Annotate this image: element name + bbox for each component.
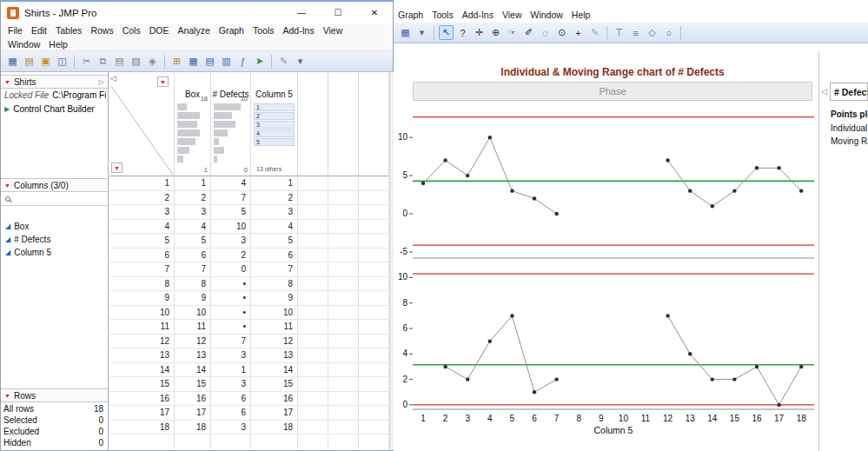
row-number[interactable]: 9 (109, 291, 175, 306)
row-number[interactable]: 6 (109, 249, 175, 263)
menu-add-ins[interactable]: Add-Ins (458, 10, 498, 20)
cell-box[interactable]: 12 (175, 335, 211, 349)
cell-empty[interactable] (359, 320, 389, 335)
data-point[interactable] (666, 158, 669, 162)
data-point[interactable] (688, 352, 692, 355)
column-info-icon[interactable]: ▥ (219, 54, 234, 69)
cell-empty[interactable] (298, 176, 328, 191)
cell-col5[interactable]: 5 (251, 234, 298, 249)
cell-col5[interactable]: 8 (251, 277, 298, 292)
cell-empty[interactable] (298, 406, 328, 421)
cell-empty[interactable] (359, 277, 389, 292)
menu-tools[interactable]: Tools (427, 10, 458, 20)
cell-empty[interactable] (359, 392, 389, 407)
data-point[interactable] (421, 182, 425, 185)
row-number[interactable]: 16 (109, 392, 175, 407)
data-point[interactable] (755, 166, 759, 169)
minimize-button[interactable]: — (283, 2, 320, 23)
cell-box[interactable]: 3 (175, 205, 211, 220)
cell-box[interactable]: 18 (175, 421, 211, 435)
close-button[interactable]: ✕ (356, 2, 393, 23)
cell-empty[interactable] (359, 348, 389, 363)
column-item-defects[interactable]: ◢# Defects (1, 233, 108, 246)
cell-col5[interactable]: 3 (251, 205, 298, 220)
cell-empty[interactable] (328, 249, 359, 263)
cell-defects[interactable]: 3 (211, 348, 251, 363)
vertical-scrollbar[interactable] (389, 72, 394, 450)
data-grid-icon[interactable]: ▦ (186, 54, 201, 69)
cell-box[interactable]: 14 (175, 363, 211, 378)
menu-rows[interactable]: Rows (86, 25, 117, 36)
data-point[interactable] (510, 189, 514, 192)
run-script-icon[interactable]: ➤ (252, 54, 267, 69)
cell-box[interactable]: 10 (175, 306, 211, 321)
format-painter-icon[interactable]: ▨ (129, 54, 143, 69)
cell-defects[interactable]: 2 (211, 249, 251, 263)
menu-analyze[interactable]: Analyze (173, 25, 214, 36)
oval-annotation-icon[interactable]: ○ (661, 25, 676, 40)
cell-empty[interactable] (298, 262, 328, 277)
phase-header[interactable]: Phase (413, 82, 812, 101)
cell-col5[interactable]: 10 (251, 306, 298, 321)
list-view-icon[interactable]: ▤ (202, 54, 217, 69)
cell-empty[interactable] (359, 191, 389, 206)
row-number[interactable]: 2 (109, 191, 175, 206)
column-header-column5[interactable]: Column 5 12345 13 others (251, 72, 298, 176)
data-point[interactable] (711, 377, 714, 381)
data-point[interactable] (732, 377, 736, 381)
cell-defects[interactable]: 7 (211, 191, 251, 206)
menu-graph[interactable]: Graph (215, 25, 248, 36)
grabber-tool-icon[interactable]: ☞ (505, 25, 520, 40)
data-point[interactable] (732, 189, 736, 192)
red-triangle-icon[interactable]: ▼ (4, 393, 10, 399)
line-annotation-icon[interactable]: ≡ (628, 25, 643, 40)
cell-col5[interactable]: 14 (251, 363, 298, 378)
cell-empty[interactable] (328, 306, 359, 321)
cell-empty[interactable] (359, 335, 389, 349)
row-number[interactable]: 1 (109, 176, 175, 191)
individuals-chart[interactable]: -50510 (395, 105, 819, 262)
arrow-tool-icon[interactable]: ↖ (439, 25, 454, 40)
data-table-icon[interactable]: ▦ (398, 25, 413, 40)
row-number[interactable]: 15 (109, 377, 175, 392)
cell-empty[interactable] (298, 348, 328, 363)
cell-col5[interactable]: 18 (251, 421, 298, 435)
cell-col5[interactable]: 12 (251, 335, 298, 349)
menu-doe[interactable]: DOE (145, 25, 174, 36)
cell-empty[interactable] (359, 306, 389, 321)
cell-empty[interactable] (298, 306, 328, 321)
cell-empty[interactable] (359, 176, 389, 191)
cell-empty[interactable] (298, 249, 328, 263)
menu-tools[interactable]: Tools (248, 25, 279, 36)
menu-graph[interactable]: Graph (394, 10, 427, 20)
cell-col5[interactable]: 9 (251, 291, 298, 306)
menu-tables[interactable]: Tables (51, 25, 86, 36)
row-number[interactable]: 14 (109, 363, 175, 378)
cell-defects[interactable]: • (211, 277, 251, 292)
row-number[interactable]: 10 (109, 306, 175, 321)
cell-empty[interactable] (328, 421, 359, 435)
text-annotation-icon[interactable]: ⊤ (612, 25, 626, 40)
annotate-tool-icon[interactable]: ✎ (587, 25, 602, 40)
lock-icon[interactable]: ◈ (145, 54, 160, 69)
cell-empty[interactable] (328, 262, 359, 277)
cell-box[interactable]: 5 (175, 234, 211, 249)
cell-empty[interactable] (328, 392, 359, 407)
red-triangle-icon[interactable]: ▼ (4, 182, 10, 189)
annotate-icon[interactable]: ✎ (276, 54, 291, 69)
open-icon[interactable]: ▣ (38, 54, 53, 69)
cell-empty[interactable] (298, 234, 328, 249)
toolbar-overflow-icon[interactable]: ▾ (293, 54, 308, 69)
cell-empty[interactable] (298, 220, 328, 235)
cell-defects[interactable]: 6 (211, 406, 251, 421)
cell-empty[interactable] (359, 220, 389, 235)
zoom-in-tool-icon[interactable]: + (571, 25, 586, 40)
cell-empty[interactable] (328, 234, 359, 249)
data-point[interactable] (466, 377, 469, 381)
rows-panel-header[interactable]: ▼ Rows (1, 388, 108, 402)
help-tool-icon[interactable]: ? (455, 25, 470, 40)
cell-empty[interactable] (328, 348, 359, 363)
menu-cols[interactable]: Cols (118, 25, 145, 36)
cell-defects[interactable]: • (211, 306, 251, 321)
menu-window[interactable]: Window (3, 39, 44, 50)
